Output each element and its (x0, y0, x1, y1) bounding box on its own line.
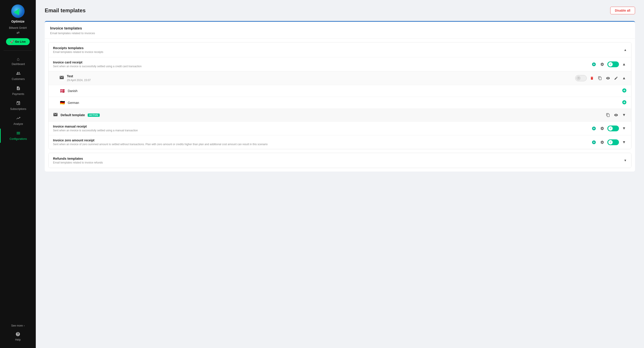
zero-receipt-actions: ✓ ▼ (591, 139, 627, 145)
customers-icon (16, 71, 20, 77)
sidebar-item-analyze[interactable]: Analyze (0, 114, 36, 128)
app-logo (11, 4, 24, 18)
page-header: Email templates Disable all (45, 7, 635, 14)
receipts-group-info: Receipts templates Email templates relat… (53, 46, 103, 54)
default-email-icon (53, 112, 58, 118)
test-template-toggle[interactable]: ✕ (575, 75, 587, 81)
page-title: Email templates (45, 7, 86, 14)
email-template-icon (59, 75, 64, 81)
manual-receipt-subtitle: Sent when an invoice is successfully set… (53, 129, 138, 132)
refunds-group-info: Refunds templates Email templates relate… (53, 157, 103, 164)
toggle-knob: ✓ (608, 62, 613, 67)
copy-template-button[interactable] (597, 75, 603, 81)
payments-icon (16, 86, 20, 92)
sidebar-item-subscriptions[interactable]: Subscriptions (0, 99, 36, 113)
sidebar-item-label: Subscriptions (10, 107, 26, 111)
app-name: Optimize (11, 20, 24, 23)
sidebar: Optimize Billwerk GmbH ⇄ 🚀 Go Live ⌂ Das… (0, 0, 36, 348)
go-live-button[interactable]: 🚀 Go Live (6, 38, 30, 45)
refunds-chevron-icon: ▼ (624, 159, 627, 162)
manual-receipt-toggle[interactable]: ✓ (607, 126, 619, 131)
sidebar-item-dashboard[interactable]: ⌂ Dashboard (0, 54, 36, 68)
company-name: Billwerk GmbH (9, 26, 26, 29)
toggle-knob: ✕ (576, 76, 581, 80)
settings-zero-button[interactable] (599, 139, 605, 145)
manual-receipt-row: Invoice manual receipt Sent when an invo… (48, 121, 631, 135)
add-template-button[interactable] (591, 61, 597, 67)
card-receipt-title: Invoice card receipt (53, 60, 142, 64)
receipts-template-group: Receipts templates Email templates relat… (48, 42, 632, 149)
add-danish-button[interactable] (622, 88, 627, 94)
section-title: Invoice templates (50, 26, 630, 31)
manual-receipt-title: Invoice manual receipt (53, 125, 138, 128)
danish-language-left: 🇩🇰 Danish (59, 88, 78, 94)
german-language-name: German (68, 101, 79, 105)
analyze-icon (16, 116, 20, 122)
card-receipt-subtitle: Sent when an invoice is successfully set… (53, 65, 142, 68)
toggle-knob: ✓ (608, 126, 613, 131)
sidebar-item-configurations[interactable]: Configurations (0, 129, 36, 143)
sidebar-item-label: Dashboard (12, 63, 25, 66)
test-template-chevron-up[interactable]: ▲ (621, 75, 627, 81)
zero-chevron-down[interactable]: ▼ (621, 139, 627, 145)
dashboard-icon: ⌂ (17, 56, 20, 62)
danish-language-name: Danish (68, 89, 78, 93)
zero-receipt-title: Invoice zero amount receipt (53, 139, 268, 142)
test-template-date: 29 April 2024, 15:07 (67, 79, 91, 82)
sidebar-nav: ⌂ Dashboard Customers Payments Subscript… (0, 54, 36, 322)
card-receipt-toggle[interactable]: ✓ (607, 61, 619, 67)
settings-button[interactable] (599, 61, 605, 67)
copy-default-button[interactable] (605, 112, 611, 118)
refunds-group-title: Refunds templates (53, 157, 103, 160)
refunds-group-subtitle: Email templates related to invoice refun… (53, 161, 103, 164)
configurations-icon (16, 131, 20, 137)
main-content: Email templates Disable all Invoice temp… (36, 0, 644, 348)
test-template-left: Test 29 April 2024, 15:07 (59, 74, 91, 82)
zero-receipt-toggle[interactable]: ✓ (607, 139, 619, 145)
sidebar-divider (4, 50, 32, 51)
active-badge: ACTIVE (88, 114, 100, 117)
section-header: Invoice templates Email templates relate… (45, 22, 635, 39)
default-template-label: Default template (60, 113, 85, 117)
manual-chevron-down[interactable]: ▼ (621, 125, 627, 132)
see-more-button[interactable]: See more › (0, 322, 36, 330)
add-zero-button[interactable] (591, 139, 597, 145)
card-receipt-actions: ✓ ▲ (591, 61, 627, 67)
sidebar-item-customers[interactable]: Customers (0, 69, 36, 83)
refunds-group-header[interactable]: Refunds templates Email templates relate… (48, 153, 631, 168)
preview-template-button[interactable] (605, 75, 611, 81)
sidebar-item-label: Configurations (10, 137, 27, 141)
danish-flag: 🇩🇰 (59, 88, 66, 94)
toggle-knob: ✓ (608, 140, 613, 145)
add-manual-button[interactable] (591, 125, 597, 132)
invoice-templates-section: Invoice templates Email templates relate… (45, 21, 635, 172)
chevron-right-icon: › (24, 324, 24, 327)
german-language-row: 🇩🇪 German (48, 97, 631, 109)
german-language-left: 🇩🇪 German (59, 100, 79, 106)
receipts-group-header[interactable]: Receipts templates Email templates relat… (48, 42, 631, 57)
manual-receipt-actions: ✓ ▼ (591, 125, 627, 132)
settings-manual-button[interactable] (599, 126, 605, 131)
help-button[interactable]: Help (0, 330, 36, 344)
default-chevron-down[interactable]: ▼ (621, 112, 627, 118)
zero-receipt-info: Invoice zero amount receipt Sent when an… (53, 139, 268, 146)
test-template-title: Test (67, 74, 91, 78)
edit-template-button[interactable] (613, 75, 619, 81)
subscriptions-icon (16, 101, 20, 107)
sidebar-item-label: Analyze (14, 122, 23, 126)
card-receipt-chevron-up[interactable]: ▲ (621, 61, 627, 67)
default-template-left: Default template ACTIVE (53, 112, 100, 118)
card-receipt-row: Invoice card receipt Sent when an invoic… (48, 57, 631, 71)
default-template-actions: ▼ (605, 112, 627, 118)
sidebar-item-label: Payments (12, 92, 24, 96)
sidebar-item-payments[interactable]: Payments (0, 84, 36, 98)
default-template-row: Default template ACTIVE ▼ (48, 109, 631, 121)
delete-template-button[interactable] (589, 75, 595, 81)
manual-receipt-info: Invoice manual receipt Sent when an invo… (53, 125, 138, 132)
disable-all-button[interactable]: Disable all (610, 7, 635, 14)
preview-default-button[interactable] (613, 112, 619, 118)
receipts-group-title: Receipts templates (53, 46, 103, 50)
add-german-button[interactable] (622, 100, 627, 106)
zero-receipt-row: Invoice zero amount receipt Sent when an… (48, 135, 631, 149)
switch-company-icon[interactable]: ⇄ (16, 30, 20, 35)
